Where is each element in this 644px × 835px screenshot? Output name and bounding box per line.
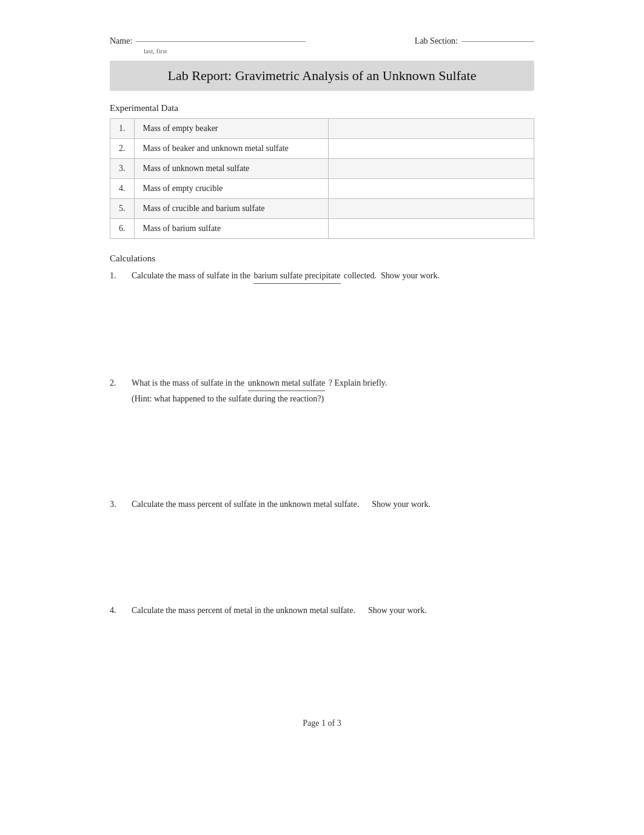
name-block: Name: last, first: [110, 36, 378, 55]
row-value: [328, 219, 534, 239]
lab-section-block: Lab Section:: [415, 36, 534, 46]
experimental-data-section: Experimental Data 1. Mass of empty beake…: [110, 103, 534, 239]
lab-section-label: Lab Section:: [415, 36, 458, 46]
calc-question-3: 3. Calculate the mass percent of sulfate…: [110, 497, 534, 512]
calc-q4-text-before: Calculate the mass percent of metal in t…: [132, 603, 355, 618]
experimental-data-heading: Experimental Data: [110, 103, 534, 113]
calc-q2-text-before: What is the mass of sulfate in the: [132, 376, 244, 391]
page-footer: Page 1 of 3: [73, 719, 571, 728]
calc-q3-workspace: [110, 511, 534, 584]
row-number: 2.: [110, 139, 135, 159]
page-title: Lab Report: Gravimetric Analysis of an U…: [122, 68, 522, 84]
name-input-line: [136, 41, 306, 42]
table-row: 6. Mass of barium sulfate: [110, 219, 534, 239]
calc-q3-text-after: Show your work.: [372, 497, 431, 512]
calc-item-2: 2. What is the mass of sulfate in the un…: [110, 376, 534, 478]
calc-q4-text-after: Show your work.: [368, 603, 427, 618]
calc-item-1: 1. Calculate the mass of sulfate in the …: [110, 269, 534, 357]
row-value: [328, 119, 534, 139]
calc-num-4: 4.: [110, 603, 122, 618]
row-label: Mass of crucible and barium sulfate: [134, 199, 328, 219]
calc-q1-workspace: [110, 284, 534, 357]
page-number: Page 1 of 3: [303, 719, 341, 728]
calc-num-3: 3.: [110, 497, 122, 512]
calc-q1-underline1: barium sulfate precipitate: [253, 269, 340, 284]
calc-q3-text-before: Calculate the mass percent of sulfate in…: [132, 497, 359, 512]
calc-question-1: 1. Calculate the mass of sulfate in the …: [110, 269, 534, 284]
calc-q1-text-after: Show your work.: [381, 269, 440, 283]
data-table: 1. Mass of empty beaker 2. Mass of beake…: [110, 118, 534, 239]
row-number: 4.: [110, 179, 135, 199]
calc-question-4: 4. Calculate the mass percent of metal i…: [110, 603, 534, 618]
row-label: Mass of beaker and unknown metal sulfate: [134, 139, 328, 159]
page: Name: last, first Lab Section: Lab Repor…: [73, 12, 571, 746]
name-label: Name:: [110, 36, 132, 46]
title-bar: Lab Report: Gravimetric Analysis of an U…: [110, 61, 534, 91]
header-row: Name: last, first Lab Section:: [110, 36, 534, 55]
lab-section-input-line: [461, 41, 534, 42]
row-value: [328, 179, 534, 199]
calc-item-3: 3. Calculate the mass percent of sulfate…: [110, 497, 534, 585]
calc-q2-underline1: unknown metal sulfate: [248, 376, 326, 391]
calc-q2-text-mid: ? Explain briefly.: [329, 376, 387, 391]
name-hint: last, first: [144, 47, 378, 55]
row-number: 3.: [110, 159, 135, 179]
calc-num-2: 2.: [110, 376, 122, 391]
calc-q1-text-before: Calculate the mass of sulfate in the: [132, 269, 250, 283]
row-value: [328, 199, 534, 219]
calc-item-4: 4. Calculate the mass percent of metal i…: [110, 603, 534, 691]
row-label: Mass of empty beaker: [134, 119, 328, 139]
row-value: [328, 139, 534, 159]
row-number: 6.: [110, 219, 135, 239]
calc-num-1: 1.: [110, 269, 122, 283]
calc-question-2: 2. What is the mass of sulfate in the un…: [110, 376, 534, 391]
calc-q1-text-mid: collected.: [344, 269, 377, 283]
table-row: 5. Mass of crucible and barium sulfate: [110, 199, 534, 219]
row-value: [328, 159, 534, 179]
calc-q4-workspace: [110, 618, 534, 691]
row-label: Mass of unknown metal sulfate: [134, 159, 328, 179]
calc-q2-hint: (Hint: what happened to the sulfate duri…: [132, 392, 534, 405]
row-label: Mass of barium sulfate: [134, 219, 328, 239]
calc-q2-workspace: [110, 405, 534, 478]
row-label: Mass of empty crucible: [134, 179, 328, 199]
table-row: 3. Mass of unknown metal sulfate: [110, 159, 534, 179]
table-row: 1. Mass of empty beaker: [110, 119, 534, 139]
row-number: 5.: [110, 199, 135, 219]
calculations-heading: Calculations: [110, 253, 534, 264]
name-label-row: Name:: [110, 36, 378, 46]
table-row: 2. Mass of beaker and unknown metal sulf…: [110, 139, 534, 159]
calculations-section: Calculations 1. Calculate the mass of su…: [110, 253, 534, 691]
row-number: 1.: [110, 119, 135, 139]
table-row: 4. Mass of empty crucible: [110, 179, 534, 199]
